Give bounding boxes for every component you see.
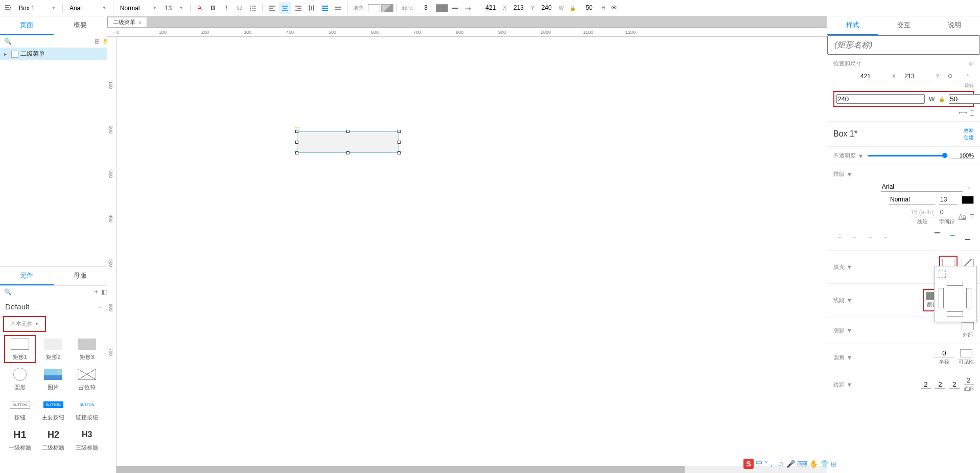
weight-input[interactable] <box>120 5 151 12</box>
fill-image-swatch[interactable] <box>381 4 393 12</box>
font-selector[interactable]: ▼ <box>66 2 110 14</box>
line-width-input[interactable] <box>416 3 435 13</box>
opacity-slider[interactable] <box>868 155 947 156</box>
lib-icon[interactable]: ◧ <box>101 288 107 296</box>
canvas[interactable]: ▽ <box>116 37 827 473</box>
line-height-input[interactable] <box>909 208 935 217</box>
halign-left-icon[interactable]: ≡ <box>833 230 846 242</box>
ime-skin-icon[interactable]: 👕 <box>820 460 829 468</box>
radius-input[interactable] <box>934 349 954 357</box>
y-input[interactable] <box>903 72 932 81</box>
size-selector[interactable]: ▼ <box>161 2 187 14</box>
sogou-icon[interactable]: S <box>743 459 754 469</box>
y-input[interactable] <box>509 3 528 13</box>
arrow-button[interactable] <box>462 2 475 14</box>
target-icon[interactable]: ◎ <box>969 60 974 67</box>
h-input[interactable] <box>949 94 980 104</box>
lock-aspect-icon[interactable]: 🔒 <box>567 2 579 14</box>
tab-interactions[interactable]: 交互 <box>878 16 929 35</box>
fill-color-swatch[interactable] <box>368 4 380 12</box>
ime-hand-icon[interactable]: ✋ <box>809 460 818 468</box>
fit-text-icon[interactable]: T <box>970 109 974 116</box>
close-tab-icon[interactable]: × <box>138 19 142 26</box>
text-direction-icon[interactable] <box>2 2 14 14</box>
page-search-input[interactable] <box>15 38 91 45</box>
ime-keyboard-icon[interactable]: ⌨ <box>797 460 807 468</box>
valign-button[interactable] <box>306 2 318 14</box>
page-tab[interactable]: 二级菜单× <box>107 17 147 27</box>
lock-aspect-icon[interactable]: 🔒 <box>939 96 945 102</box>
text-color-swatch[interactable] <box>962 196 974 204</box>
tab-pages[interactable]: 页面 <box>0 16 54 35</box>
border-left-icon[interactable] <box>939 288 944 308</box>
size-input[interactable] <box>165 5 177 12</box>
vertical-ruler[interactable]: 100200300400500600700 <box>107 37 116 473</box>
shadow-swatch[interactable] <box>962 322 974 330</box>
tab-outline[interactable]: 概要 <box>54 16 107 35</box>
widget-ellipse[interactable]: 圆形 <box>4 365 36 393</box>
bold-button[interactable]: B <box>207 2 219 14</box>
halign-center-icon[interactable]: ≡ <box>849 230 861 242</box>
section-basic[interactable]: 基本元件▼ <box>5 318 44 330</box>
applied-style-name[interactable]: Box 1* <box>833 127 857 141</box>
ime-lang-icon[interactable]: 中 <box>756 459 763 468</box>
widget-rect2[interactable]: 矩形2 <box>38 335 69 363</box>
widget-h3[interactable]: H3三级标题 <box>71 425 103 454</box>
valign-bottom-icon[interactable]: ▁ <box>962 230 974 242</box>
horizontal-ruler[interactable]: 0100200300400500600700800900100011001200 <box>107 28 827 37</box>
widget-rect3[interactable]: 矩形3 <box>71 335 103 363</box>
weight-select[interactable] <box>889 195 935 205</box>
font-input[interactable] <box>69 5 100 12</box>
border-right-icon[interactable] <box>966 288 971 308</box>
horizontal-scrollbar[interactable] <box>116 466 827 473</box>
widget-primary-button[interactable]: BUTTON主要按钮 <box>38 395 69 423</box>
align-center-button[interactable] <box>279 2 291 14</box>
valign-middle-icon[interactable]: ═ <box>946 230 959 242</box>
tab-style[interactable]: 样式 <box>827 16 878 35</box>
tab-masters[interactable]: 母版 <box>54 267 107 285</box>
border-top-icon[interactable] <box>947 281 963 286</box>
rotation-input[interactable] <box>947 72 963 81</box>
widget-rect1[interactable]: 矩形1 <box>4 335 36 363</box>
ime-emoji-icon[interactable]: ☺ <box>777 460 784 468</box>
widget-h2[interactable]: H2二级标题 <box>38 425 69 454</box>
halign-right-icon[interactable]: ≡ <box>864 230 876 242</box>
text-options-icon[interactable]: T <box>970 213 974 220</box>
font-select[interactable] <box>881 182 963 192</box>
valign-top-icon[interactable]: ▔ <box>931 230 943 242</box>
x-input[interactable] <box>481 3 500 13</box>
letter-spacing-input[interactable] <box>939 208 954 217</box>
w-input[interactable] <box>836 94 925 104</box>
visibility-icon[interactable]: 👁 <box>608 2 620 14</box>
pad-l[interactable] <box>921 380 931 389</box>
tab-widgets[interactable]: 元件 <box>0 267 54 285</box>
widget-button[interactable]: BUTTON按钮 <box>4 395 36 423</box>
selected-rectangle[interactable]: ▽ <box>297 131 399 153</box>
align-left-button[interactable] <box>266 2 278 14</box>
add-icon[interactable]: + <box>95 288 98 296</box>
align-right-button[interactable] <box>292 2 305 14</box>
line-color-swatch[interactable] <box>436 4 448 12</box>
text-color-button[interactable]: A <box>194 2 206 14</box>
h-input[interactable] <box>580 3 598 13</box>
widget-placeholder[interactable]: 占位符 <box>71 365 103 393</box>
corner-visibility-swatch[interactable] <box>960 349 972 357</box>
expand-icon[interactable]: ▸ <box>4 51 9 57</box>
fit-width-icon[interactable]: ⟷ <box>959 109 967 116</box>
library-header[interactable]: Default ⌄ <box>0 298 107 315</box>
border-all-icon[interactable] <box>939 271 946 278</box>
bullets-button[interactable] <box>247 2 259 14</box>
border-sides-popup[interactable] <box>934 266 977 322</box>
x-input[interactable] <box>859 72 888 81</box>
ime-mic-icon[interactable]: 🎤 <box>786 460 795 468</box>
text-case-icon[interactable]: Aa <box>959 213 966 220</box>
pad-b[interactable] <box>964 376 974 385</box>
page-tree-item[interactable]: ▸ 二级菜单 <box>0 48 107 60</box>
weight-selector[interactable]: ▼ <box>116 2 160 14</box>
distribute-button[interactable] <box>319 2 331 14</box>
create-style-link[interactable]: 创建 <box>964 134 974 141</box>
border-bottom-icon[interactable] <box>947 311 963 317</box>
style-name-input[interactable] <box>19 5 50 12</box>
w-input[interactable] <box>538 3 556 13</box>
tab-notes[interactable]: 说明 <box>929 16 980 35</box>
